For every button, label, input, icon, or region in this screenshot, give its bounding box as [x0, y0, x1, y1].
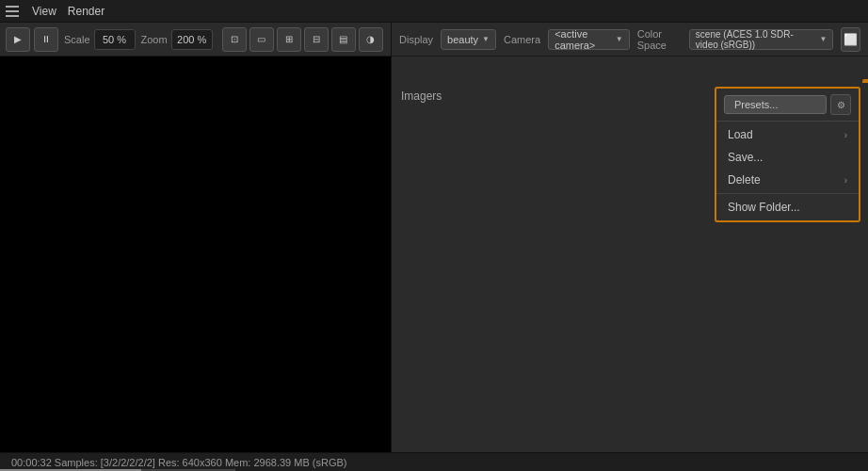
colorspace-value: scene (ACES 1.0 SDR-video (sRGB)) [696, 29, 816, 50]
icon-btn-4[interactable]: ⊟ [304, 27, 329, 52]
load-label: Load [728, 128, 753, 141]
right-panel: Display beauty ▼ Camera <active camera> … [392, 23, 868, 452]
status-bar: 00:00:32 Samples: [3/2/2/2/2/2] Res: 640… [0, 452, 868, 471]
menu-bar: View Render [0, 0, 868, 23]
camera-value: <active camera> [555, 28, 612, 51]
show-folder-label: Show Folder... [728, 201, 800, 214]
menu-item-show-folder[interactable]: Show Folder... [716, 196, 859, 219]
icon-btn-1[interactable]: ⊡ [222, 27, 247, 52]
play-button[interactable]: ▶ [6, 27, 30, 52]
scale-input[interactable]: 50 % [94, 29, 136, 50]
scale-group: Scale 50 % [64, 29, 136, 50]
presets-button[interactable]: Presets... [724, 95, 827, 114]
icon-btn-5[interactable]: ▤ [331, 27, 356, 52]
presets-row: Presets... ⚙ [716, 90, 859, 119]
menu-view[interactable]: View [32, 5, 56, 18]
icon-btn-6[interactable]: ◑ [359, 27, 383, 52]
imagers-label: Imagers [401, 89, 442, 103]
camera-dropdown-arrow: ▼ [616, 35, 623, 43]
playback-controls: ▶ ⏸ [6, 27, 58, 52]
presets-dropdown-menu: Presets... ⚙ Load › Save... Delete › Sho… [715, 87, 860, 222]
display-value: beauty [447, 34, 478, 45]
scale-label: Scale [64, 34, 90, 45]
settings-icon: ⚙ [837, 100, 845, 110]
display-label: Display [399, 34, 433, 45]
menu-divider-1 [716, 121, 859, 122]
camera-label: Camera [504, 34, 540, 45]
zoom-input[interactable]: 200 % [171, 29, 213, 50]
icon-btn-3[interactable]: ⊞ [277, 27, 301, 52]
display-dropdown[interactable]: beauty ▼ [441, 29, 496, 50]
display-dropdown-arrow: ▼ [482, 35, 490, 43]
colorspace-dropdown[interactable]: scene (ACES 1.0 SDR-video (sRGB)) ▼ [689, 29, 833, 50]
zoom-group: Zoom 200 % [141, 29, 213, 50]
load-arrow-icon: › [844, 130, 847, 140]
save-label: Save... [728, 151, 763, 164]
status-text: 00:00:32 Samples: [3/2/2/2/2/2] Res: 640… [11, 457, 346, 468]
render-viewport: ▶ ⏸ Scale 50 % Zoom 200 % ⊡ ▭ ⊞ ⊟ ▤ ◑ [0, 23, 392, 452]
camera-dropdown[interactable]: <active camera> ▼ [548, 29, 630, 50]
pause-button[interactable]: ⏸ [34, 27, 58, 52]
icon-btn-2[interactable]: ▭ [249, 27, 274, 52]
options-bar: Display beauty ▼ Camera <active camera> … [392, 23, 868, 57]
camera-icon: ⬜ [844, 33, 858, 46]
zoom-label: Zoom [141, 34, 168, 45]
settings-icon-button[interactable]: ⚙ [830, 94, 851, 115]
colorspace-label: Color Space [637, 28, 682, 51]
delete-arrow-icon: › [844, 175, 847, 186]
menu-item-delete[interactable]: Delete › [716, 169, 859, 191]
toolbar: ▶ ⏸ Scale 50 % Zoom 200 % ⊡ ▭ ⊞ ⊟ ▤ ◑ [0, 23, 391, 57]
main-content: ▶ ⏸ Scale 50 % Zoom 200 % ⊡ ▭ ⊞ ⊟ ▤ ◑ [0, 23, 868, 452]
toolbar-icon-group: ⊡ ▭ ⊞ ⊟ ▤ ◑ [222, 27, 383, 52]
colorspace-dropdown-arrow: ▼ [819, 35, 827, 43]
delete-label: Delete [728, 173, 761, 187]
menu-render[interactable]: Render [68, 5, 104, 18]
render-area [0, 57, 391, 452]
menu-item-save[interactable]: Save... [716, 146, 859, 169]
camera-icon-button[interactable]: ⬜ [841, 27, 860, 52]
menu-item-load[interactable]: Load › [716, 123, 859, 146]
hamburger-icon[interactable] [6, 4, 21, 19]
menu-divider-2 [716, 193, 859, 194]
